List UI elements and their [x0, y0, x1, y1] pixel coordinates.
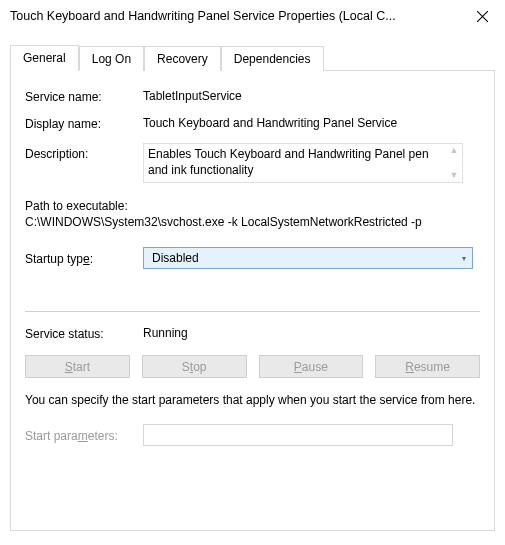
startup-type-label: Startup type:: [25, 251, 143, 266]
start-button[interactable]: Start: [25, 355, 130, 378]
window-title: Touch Keyboard and Handwriting Panel Ser…: [10, 9, 396, 23]
tab-recovery[interactable]: Recovery: [144, 46, 221, 71]
tab-strip: General Log On Recovery Dependencies: [10, 44, 495, 71]
display-name-value: Touch Keyboard and Handwriting Panel Ser…: [143, 116, 480, 130]
divider: [25, 311, 480, 312]
description-box: Enables Touch Keyboard and Handwriting P…: [143, 143, 463, 183]
path-label: Path to executable:: [25, 199, 480, 213]
path-block: Path to executable: C:\WINDOWS\System32\…: [25, 199, 480, 229]
description-label: Description:: [25, 143, 143, 161]
startup-type-select[interactable]: Disabled ▾: [143, 247, 473, 269]
service-name-value: TabletInputService: [143, 89, 480, 103]
close-icon: [477, 11, 488, 22]
display-name-label: Display name:: [25, 116, 143, 131]
service-status-value: Running: [143, 326, 188, 341]
startup-type-value: Disabled: [152, 251, 199, 265]
description-text[interactable]: Enables Touch Keyboard and Handwriting P…: [144, 144, 446, 182]
general-panel: Service name: TabletInputService Display…: [10, 71, 495, 531]
display-name-row: Display name: Touch Keyboard and Handwri…: [25, 116, 480, 131]
stop-button[interactable]: Stop: [142, 355, 247, 378]
close-button[interactable]: [460, 1, 505, 31]
startup-type-row: Startup type: Disabled ▾: [25, 247, 480, 269]
pause-button[interactable]: Pause: [259, 355, 364, 378]
titlebar: Touch Keyboard and Handwriting Panel Ser…: [0, 0, 505, 32]
start-params-label: Start parameters:: [25, 428, 143, 443]
tabs-container: General Log On Recovery Dependencies Ser…: [0, 32, 505, 531]
description-row: Description: Enables Touch Keyboard and …: [25, 143, 480, 183]
service-name-row: Service name: TabletInputService: [25, 89, 480, 104]
start-params-note: You can specify the start parameters tha…: [25, 392, 480, 408]
service-status-label: Service status:: [25, 326, 143, 341]
service-buttons: Start Stop Pause Resume: [25, 355, 480, 378]
scroll-down-icon[interactable]: ▼: [450, 171, 459, 180]
service-name-label: Service name:: [25, 89, 143, 104]
tab-general[interactable]: General: [10, 45, 79, 71]
start-params-row: Start parameters:: [25, 424, 480, 446]
service-status-row: Service status: Running: [25, 326, 480, 341]
tab-logon[interactable]: Log On: [79, 46, 144, 71]
resume-button[interactable]: Resume: [375, 355, 480, 378]
path-value: C:\WINDOWS\System32\svchost.exe -k Local…: [25, 215, 480, 229]
start-params-input[interactable]: [143, 424, 453, 446]
tab-dependencies[interactable]: Dependencies: [221, 46, 324, 71]
startup-type-select-wrap: Disabled ▾: [143, 247, 473, 269]
description-scrollbar[interactable]: ▲ ▼: [446, 144, 462, 182]
chevron-down-icon: ▾: [462, 254, 466, 263]
scroll-up-icon[interactable]: ▲: [450, 146, 459, 155]
